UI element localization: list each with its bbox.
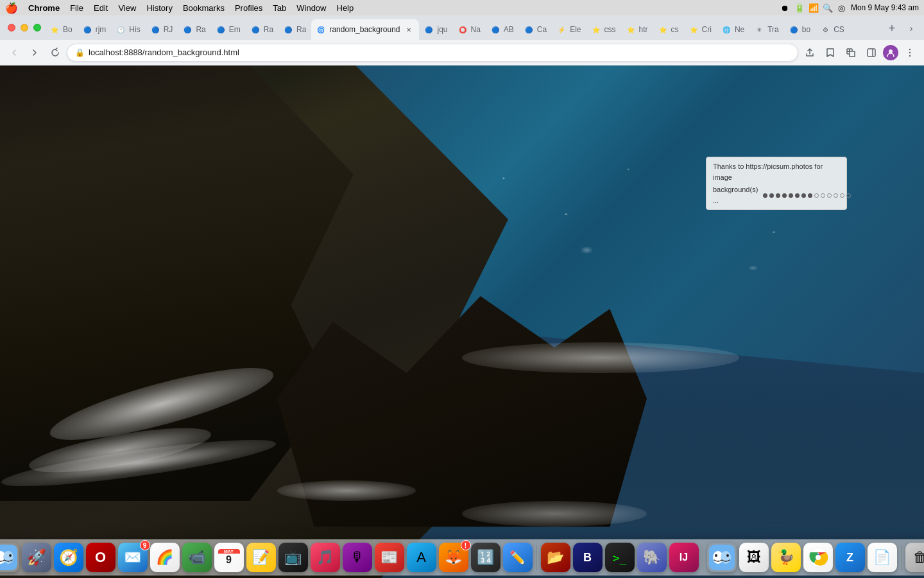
tab-ra1[interactable]: 🔵 Ra (178, 19, 210, 40)
tab-tra[interactable]: ✳ Tra (749, 19, 784, 40)
dock-facetime[interactable]: 📹 (182, 543, 212, 572)
tab-his[interactable]: 🕐 His (111, 19, 145, 40)
bbedit-icon: B (583, 551, 592, 565)
dock-opera[interactable]: O (86, 543, 116, 572)
tab-title: CS (834, 25, 844, 34)
dock-zoom[interactable]: Z (835, 543, 865, 572)
menubar-tab[interactable]: Tab (268, 0, 291, 15)
back-button[interactable] (5, 44, 23, 62)
sidebar-toggle-button[interactable] (862, 44, 880, 62)
dock-news[interactable]: 📰 (375, 543, 404, 572)
pagination-dots (763, 193, 851, 198)
tab-ra3[interactable]: 🔵 Ra (278, 19, 311, 40)
menubar-view[interactable]: View (113, 0, 141, 15)
tab-list-button[interactable]: › (903, 21, 919, 36)
dock-tv[interactable]: 📺 (278, 543, 308, 572)
dock-chrome[interactable] (803, 543, 833, 572)
close-button[interactable] (8, 24, 15, 31)
menubar-help[interactable]: Help (332, 0, 359, 15)
tab-bo2[interactable]: 🔵 bo (784, 19, 816, 40)
tab-htr[interactable]: ⭐ htr (621, 19, 653, 40)
dot-2 (769, 193, 774, 198)
dock-intellij[interactable]: IJ (669, 543, 699, 572)
profile-avatar[interactable] (883, 45, 898, 60)
tab-ca[interactable]: 🔵 Ca (519, 19, 552, 40)
tab-ele[interactable]: ⚡ Ele (552, 19, 586, 40)
tab-ra2[interactable]: 🔵 Ra (246, 19, 278, 40)
dock-trash[interactable]: 🗑 (905, 543, 925, 572)
tab-cs2[interactable]: ⭐ cs (653, 19, 684, 40)
tab-em[interactable]: 🔵 Em (211, 19, 246, 40)
tab-close-button[interactable]: ✕ (404, 24, 414, 35)
siri-icon[interactable]: ◎ (837, 3, 847, 13)
tab-current[interactable]: 🌀 random_background ✕ (311, 19, 419, 40)
dock-launchpad[interactable]: 🚀 (22, 543, 51, 572)
dock-mail[interactable]: ✉️ 9 (118, 543, 148, 572)
tab-rjm[interactable]: 🔵 rjm (78, 19, 112, 40)
dock-cyberduck[interactable]: 🦆 (771, 543, 801, 572)
foam-3 (462, 342, 739, 373)
tab-rj2[interactable]: 🔵 RJ (146, 19, 178, 40)
dock-finder2[interactable] (707, 543, 737, 572)
svg-point-11 (3, 551, 13, 564)
minimize-button[interactable] (21, 24, 28, 31)
dot-3 (776, 193, 780, 198)
url-bar[interactable]: 🔒 localhost:8888/random_background.html (67, 44, 798, 62)
forward-button[interactable] (26, 44, 44, 62)
tab-title: jqu (437, 25, 447, 34)
dock-bbedit[interactable]: B (573, 543, 603, 572)
dot-4 (782, 193, 787, 198)
dock-finder[interactable] (0, 543, 19, 572)
more-button[interactable] (901, 44, 919, 62)
maximize-button[interactable] (33, 24, 41, 31)
preview-icon: 🖼 (747, 549, 761, 566)
menubar-edit[interactable]: Edit (89, 0, 113, 15)
menubar-chrome[interactable]: Chrome (23, 0, 65, 15)
music-icon: 🎵 (316, 549, 334, 566)
dock-scripter[interactable]: ✏️ (503, 543, 533, 572)
share-button[interactable] (801, 44, 819, 62)
tab-na[interactable]: ⭕ Na (453, 19, 486, 40)
svg-point-16 (721, 551, 731, 564)
dock-pages[interactable]: 📄 (868, 543, 897, 572)
search-icon[interactable]: 🔍 (823, 3, 833, 13)
menubar-bookmarks[interactable]: Bookmarks (178, 0, 230, 15)
tab-css[interactable]: ⭐ css (586, 19, 621, 40)
tab-ab[interactable]: 🔵 AB (486, 19, 519, 40)
dot-1 (763, 193, 767, 198)
menubar-profiles[interactable]: Profiles (230, 0, 268, 15)
dock-firefox[interactable]: 🦊 ! (439, 543, 468, 572)
dock-terminal[interactable]: >_ (605, 543, 635, 572)
extensions-button[interactable] (842, 44, 860, 62)
dock-appstore[interactable]: A (407, 543, 436, 572)
dock-sequel[interactable]: 🐘 (637, 543, 667, 572)
dock-notes[interactable]: 📝 (246, 543, 276, 572)
tab-jqu[interactable]: 🔵 jqu (419, 19, 452, 40)
tab-bo[interactable]: ⭐ Bo (45, 19, 78, 40)
dock-podcasts[interactable]: 🎙 (343, 543, 372, 572)
dock-safari[interactable]: 🧭 (54, 543, 83, 572)
dock-photos[interactable]: 🌈 (150, 543, 180, 572)
tab-favicon: 🔵 (216, 25, 225, 34)
tab-ne[interactable]: 🌐 Ne (717, 19, 749, 40)
dock-filezilla[interactable]: 📂 (541, 543, 570, 572)
menubar-history[interactable]: History (141, 0, 177, 15)
photos-icon: 🌈 (156, 549, 173, 566)
battery-icon: 🔋 (794, 3, 805, 13)
new-tab-button[interactable]: + (883, 19, 901, 37)
dock-calendar[interactable]: MAY 9 (214, 543, 244, 572)
svg-point-8 (909, 55, 911, 56)
apple-menu[interactable]: 🍎 (5, 2, 18, 14)
reload-button[interactable] (46, 44, 64, 62)
dock-preview[interactable]: 🖼 (739, 543, 769, 572)
bookmark-button[interactable] (821, 44, 839, 62)
dot-7 (801, 193, 806, 198)
menubar-window[interactable]: Window (291, 0, 331, 15)
dock-music[interactable]: 🎵 (311, 543, 340, 572)
tab-cs3[interactable]: ⚙ CS (816, 19, 850, 40)
menubar-file[interactable]: File (65, 0, 89, 15)
dock-calculator[interactable]: 🔢 (471, 543, 501, 572)
tab-cri[interactable]: ⭐ Cri (684, 19, 717, 40)
tab-favicon: 🔵 (251, 25, 260, 34)
tab-title: rjm (96, 25, 107, 34)
